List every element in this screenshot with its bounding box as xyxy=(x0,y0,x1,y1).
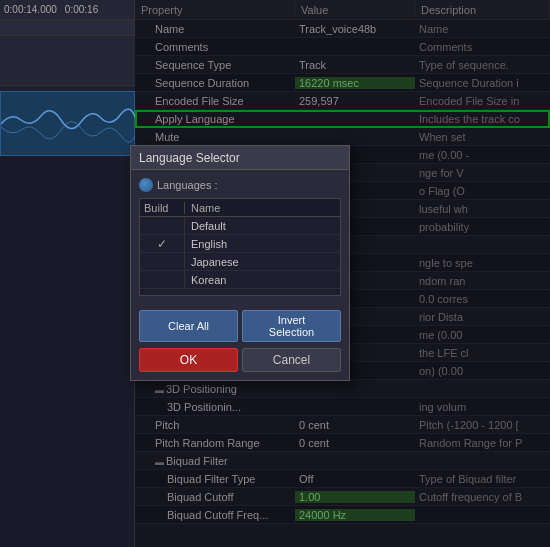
lang-name-cell: Default xyxy=(185,220,340,232)
col-name: Name xyxy=(185,202,340,214)
lang-check-cell xyxy=(140,271,185,288)
lang-check-cell: ✓ xyxy=(140,235,185,252)
language-selector-dialog: Language Selector Languages : Build Name… xyxy=(130,145,350,381)
languages-label: Languages : xyxy=(139,178,341,192)
invert-selection-button[interactable]: InvertSelection xyxy=(242,310,341,342)
dialog-title: Language Selector xyxy=(131,146,349,170)
waveform-blue xyxy=(0,91,135,156)
waveform-area xyxy=(0,36,135,156)
lang-name-cell: Korean xyxy=(185,274,340,286)
lang-name-cell: English xyxy=(185,238,340,250)
waveform-track xyxy=(0,36,135,86)
col-build: Build xyxy=(140,202,185,214)
lang-check-cell xyxy=(140,253,185,270)
lang-name-cell: Japanese xyxy=(185,256,340,268)
dialog-ok-cancel: OK Cancel xyxy=(131,348,349,380)
lang-check-cell xyxy=(140,217,185,234)
language-item[interactable]: Default xyxy=(140,217,340,235)
time-start: 0:00:14.000 xyxy=(4,4,57,15)
dialog-action-buttons: Clear All InvertSelection xyxy=(131,304,349,348)
language-item[interactable]: Japanese xyxy=(140,253,340,271)
clear-all-button[interactable]: Clear All xyxy=(139,310,238,342)
time-end: 0:00:16 xyxy=(65,4,98,15)
language-list: Default✓EnglishJapaneseKorean xyxy=(139,216,341,296)
timeline-ruler xyxy=(0,20,134,36)
ok-button[interactable]: OK xyxy=(139,348,238,372)
timeline-area: 0:00:14.000 0:00:16 xyxy=(0,0,135,547)
cancel-button[interactable]: Cancel xyxy=(242,348,341,372)
globe-icon xyxy=(139,178,153,192)
lang-list-header: Build Name xyxy=(139,198,341,216)
waveform-svg xyxy=(1,92,135,156)
languages-label-text: Languages : xyxy=(157,179,218,191)
language-item[interactable]: Korean xyxy=(140,271,340,289)
dialog-body: Languages : Build Name Default✓EnglishJa… xyxy=(131,170,349,304)
language-item[interactable]: ✓English xyxy=(140,235,340,253)
timeline-header: 0:00:14.000 0:00:16 xyxy=(0,0,134,20)
